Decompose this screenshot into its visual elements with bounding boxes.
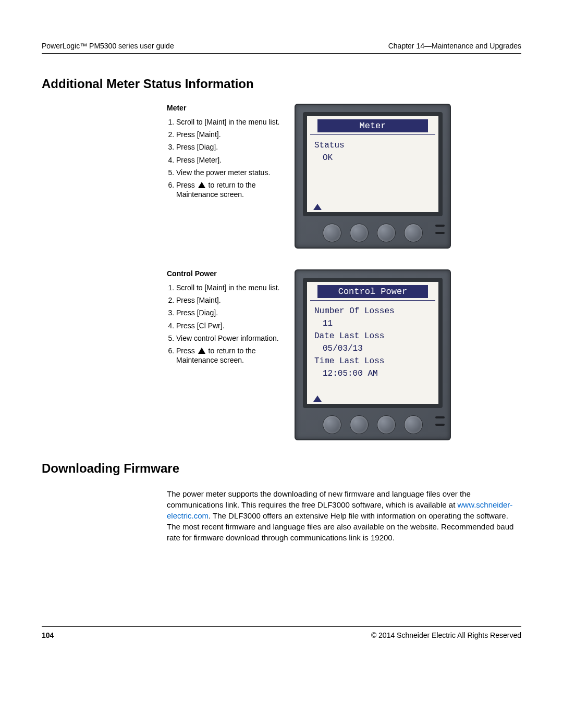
meter-device: Meter Status OK [295,104,451,249]
control-power-screen: Control Power Number Of Losses 11 Date L… [303,278,443,408]
section-title-meter-status: Additional Meter Status Information [42,77,521,91]
header-right: Chapter 14—Maintenance and Upgrades [388,42,521,50]
hardware-button[interactable] [377,224,396,242]
screen-value: 11 [314,317,431,330]
control-power-subhead: Control Power [167,269,284,278]
hardware-button[interactable] [377,415,396,434]
hardware-button[interactable] [404,224,423,242]
screen-value: 05/03/13 [314,342,431,355]
header-left: PowerLogic™ PM5300 series user guide [42,42,174,50]
list-item: Scroll to [Maint] in the menu list. [176,283,284,292]
meter-subhead: Meter [167,104,284,112]
screen-value: 12:05:00 AM [314,367,431,380]
list-item: Press [Diag]. [176,142,284,152]
list-item: Press [Meter]. [176,155,284,165]
hardware-button[interactable] [323,224,341,242]
meter-screen: Meter Status OK [303,112,443,216]
screen-title: Control Power [317,285,428,298]
page-footer: 104 © 2014 Schneider Electric All Rights… [42,626,521,639]
control-power-steps: Scroll to [Maint] in the menu list. Pres… [167,283,284,365]
list-item: View control Power information. [176,334,284,343]
hardware-button[interactable] [323,415,341,434]
up-arrow-icon [198,182,205,188]
list-item: Press [Diag]. [176,308,284,317]
hardware-button[interactable] [350,415,369,434]
hardware-button[interactable] [350,224,369,242]
slot-icon [435,416,445,418]
page-header: PowerLogic™ PM5300 series user guide Cha… [42,42,521,54]
section-title-firmware: Downloading Firmware [42,461,521,476]
meter-steps: Scroll to [Maint] in the menu list. Pres… [167,117,284,199]
screen-line: Date Last Loss [314,330,431,342]
list-item: Press to return to the Maintenance scree… [176,180,284,199]
up-arrow-icon [198,348,205,354]
screen-line: Time Last Loss [314,355,431,367]
page-number: 104 [42,631,54,639]
copyright: © 2014 Schneider Electric All Rights Res… [371,631,521,639]
screen-title: Meter [317,119,428,132]
list-item: Scroll to [Maint] in the menu list. [176,117,284,127]
firmware-paragraph: The power meter supports the downloading… [167,488,521,543]
list-item: Press [Cl Pwr]. [176,321,284,330]
control-power-block: Control Power Scroll to [Maint] in the m… [42,269,521,440]
list-item: Press [Maint]. [176,295,284,305]
back-arrow-icon[interactable] [313,396,322,402]
slot-icon [435,232,445,234]
hardware-button[interactable] [404,415,423,434]
list-item: Press to return to the Maintenance scree… [176,346,284,365]
list-item: Press [Maint]. [176,130,284,139]
control-power-device: Control Power Number Of Losses 11 Date L… [295,269,451,440]
list-item: View the power meter status. [176,168,284,177]
back-arrow-icon[interactable] [313,204,322,210]
meter-block: Meter Scroll to [Maint] in the menu list… [42,104,521,249]
slot-icon [435,424,445,426]
screen-line: Number Of Losses [314,305,431,317]
screen-line: Status [314,139,431,152]
slot-icon [435,225,445,227]
screen-line: OK [314,152,431,164]
